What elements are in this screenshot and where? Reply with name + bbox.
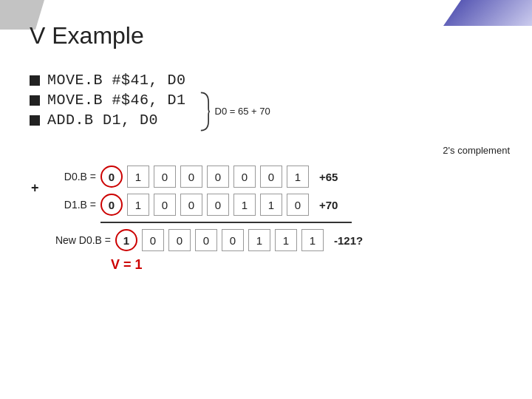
bullet-row-2: MOVE.B #$46, D1 xyxy=(30,92,186,109)
table-row-d0: D0.B = 0 1 0 0 0 0 0 1 +65 xyxy=(30,166,517,188)
d0-annotation: D0 = 65 + 70 xyxy=(215,106,270,117)
bit-nd0-2: 0 xyxy=(168,229,191,251)
bit-d0-3: 0 xyxy=(180,166,202,188)
bit-nd0-0: 1 xyxy=(115,229,137,251)
row-result-d0: +65 xyxy=(319,171,338,183)
bit-nd0-1: 0 xyxy=(142,229,164,251)
code-line-2: MOVE.B #$46, D1 xyxy=(47,92,186,109)
bit-d0-2: 0 xyxy=(154,166,176,188)
code-line-3: ADD.B D1, D0 xyxy=(47,112,158,129)
table-row-d1: D1.B = 0 1 0 0 0 1 1 0 +70 xyxy=(30,194,517,216)
bit-d0-6: 0 xyxy=(260,166,282,188)
bit-d0-5: 0 xyxy=(233,166,256,188)
bullet-3 xyxy=(30,115,40,126)
bit-d1-3: 0 xyxy=(180,194,202,216)
bit-nd0-7: 1 xyxy=(301,229,324,251)
bit-d1-1: 1 xyxy=(127,194,149,216)
brace-annotation-area: D0 = 65 + 70 xyxy=(197,89,270,134)
bullet-1 xyxy=(30,75,40,86)
page-title: V Example xyxy=(30,22,517,50)
bit-nd0-6: 1 xyxy=(275,229,297,251)
bit-d1-4: 0 xyxy=(207,194,229,216)
bullet-2 xyxy=(30,95,40,106)
bit-d1-2: 0 xyxy=(154,194,176,216)
bit-d1-5: 1 xyxy=(233,194,256,216)
v-result: V = 1 xyxy=(111,257,517,273)
complement-label: 2's complement xyxy=(443,145,510,156)
row-label-d0: D0.B = xyxy=(30,171,96,183)
bit-nd0-3: 0 xyxy=(195,229,217,251)
bit-d0-0: 0 xyxy=(100,166,123,188)
bit-nd0-5: 1 xyxy=(248,229,270,251)
plus-sign: + xyxy=(31,180,39,196)
code-line-1: MOVE.B #$41, D0 xyxy=(47,72,186,89)
row-label-d1: D1.B = xyxy=(30,199,96,211)
bit-d1-7: 0 xyxy=(287,194,309,216)
bullets-section: MOVE.B #$41, D0 MOVE.B #$46, D1 ADD.B D1… xyxy=(30,72,186,129)
table-section: D0.B = 0 1 0 0 0 0 0 1 +65 + D1.B = 0 1 … xyxy=(30,166,517,273)
table-row-new-d0: New D0.B = 1 0 0 0 0 1 1 1 -121? xyxy=(30,229,517,251)
bit-nd0-4: 0 xyxy=(222,229,244,251)
bullet-row-3: ADD.B D1, D0 xyxy=(30,112,186,129)
bullet-row-1: MOVE.B #$41, D0 xyxy=(30,72,186,89)
row-result-new-d0: -121? xyxy=(334,234,363,247)
right-brace-icon xyxy=(197,89,212,134)
bit-d0-7: 1 xyxy=(287,166,309,188)
bit-d0-1: 1 xyxy=(127,166,149,188)
bit-d1-0: 0 xyxy=(100,194,123,216)
row-label-new-d0: New D0.B = xyxy=(30,234,111,246)
divider-line xyxy=(100,222,352,223)
bit-d0-4: 0 xyxy=(207,166,229,188)
row-result-d1: +70 xyxy=(319,199,338,211)
bit-d1-6: 1 xyxy=(260,194,282,216)
